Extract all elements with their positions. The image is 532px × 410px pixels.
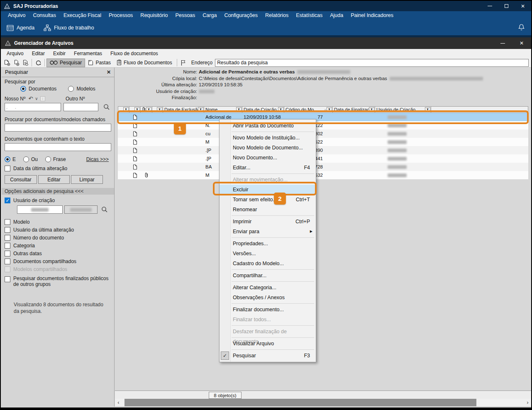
- fm-menu-fluxo-de-documentos[interactable]: Fluxo de documentos: [106, 49, 162, 58]
- filter-dropdown-icon[interactable]: ▼: [134, 107, 140, 112]
- radio-e[interactable]: E: [5, 156, 16, 162]
- column-header-data-de-criacao[interactable]: Data de Criação▼: [242, 106, 284, 113]
- creation-user-checkbox[interactable]: Usuário de criação: [5, 198, 111, 203]
- context-menu-item-versoes[interactable]: Versões...: [220, 249, 316, 259]
- checkbox-pesquisar-documentos-finalizados-publicos-de-outros-grupos[interactable]: Pesquisar documentos finalizados público…: [5, 276, 111, 287]
- notifications-bell-icon[interactable]: [518, 24, 525, 31]
- fm-menu-exibir[interactable]: Exibir: [49, 49, 70, 58]
- context-menu-item-propriedades[interactable]: Propriedades...: [220, 239, 316, 249]
- document-list-icon[interactable]: [21, 59, 30, 67]
- column-header-usuario-de-criacao[interactable]: Usuário de Criação▼: [375, 106, 431, 113]
- context-menu-item-abrir-pasta-do-documento[interactable]: Abrir Pasta do Documento: [220, 121, 316, 131]
- checkbox-outras-datas[interactable]: Outras datas: [5, 251, 111, 256]
- flag-icon[interactable]: [179, 59, 188, 67]
- app-menu-painel-indicadores[interactable]: Painel Indicadores: [347, 11, 397, 20]
- column-header-filter-0[interactable]: ▼: [118, 106, 129, 113]
- scroll-left-icon[interactable]: ‹: [115, 399, 122, 406]
- column-header-filter-3[interactable]: ▼: [152, 106, 163, 113]
- search-panel-close-icon[interactable]: ✕: [107, 69, 111, 75]
- fm-menu-editar[interactable]: Editar: [28, 49, 49, 58]
- checkbox-usuario-da-ultima-alteracao[interactable]: Usuário da última alteração: [5, 227, 111, 233]
- table-row[interactable]: .[P2441: [118, 154, 528, 163]
- consultar-button[interactable]: Consultar: [5, 175, 37, 184]
- table-row[interactable]: Adicional de12/09/2019 10:5877: [118, 113, 528, 121]
- agenda-button[interactable]: Agenda: [7, 24, 34, 31]
- fm-menu-arquivo[interactable]: Arquivo: [2, 49, 28, 58]
- app-menu-pessoas[interactable]: Pessoas: [171, 11, 199, 20]
- context-menu-item-observacoes-anexos[interactable]: Observações / Anexos: [220, 293, 316, 303]
- new-document-icon[interactable]: [2, 59, 12, 67]
- scroll-right-icon[interactable]: ›: [524, 399, 531, 406]
- refresh-icon[interactable]: [34, 59, 43, 67]
- column-header-data-de-exclusao[interactable]: Data de Exclusão▼: [163, 106, 204, 113]
- context-menu-item-editar[interactable]: Editar...F4: [220, 163, 316, 173]
- find-called-input[interactable]: [5, 124, 111, 132]
- context-menu-item-alterar-categoria[interactable]: Alterar Categoria...: [220, 283, 316, 293]
- app-menu-relatorios[interactable]: Relatórios: [261, 11, 292, 20]
- context-menu-item-visualizar-arquivo[interactable]: Visualizar Arquivo: [220, 339, 316, 349]
- search-number-icon[interactable]: [103, 104, 110, 110]
- additional-options-header[interactable]: Opções adicionais de pesquisa <<<: [2, 188, 114, 195]
- dicas-link[interactable]: Dicas >>>: [86, 156, 109, 162]
- context-menu-item-finalizar-documento[interactable]: Finalizar documento...: [220, 305, 316, 315]
- app-restore-button[interactable]: [498, 1, 515, 11]
- table-row[interactable]: BA202728: [118, 163, 528, 171]
- radio-documentos[interactable]: Documentos: [20, 86, 56, 92]
- docflow-toolbar-button[interactable]: Fluxo de Documentos: [114, 59, 175, 67]
- checkbox-numero-do-documento[interactable]: Número do documento: [5, 235, 111, 241]
- app-menu-consultas[interactable]: Consultas: [29, 11, 60, 20]
- fm-menu-ferramentas[interactable]: Ferramentas: [70, 49, 106, 58]
- context-menu-item-enviar-para[interactable]: Enviar para▶: [220, 227, 316, 237]
- filter-dropdown-icon[interactable]: ▼: [236, 107, 242, 112]
- column-header-codigo-do-mo[interactable]: Código do Mo...▵▼: [284, 106, 333, 113]
- radio-frase[interactable]: Frase: [45, 156, 66, 162]
- search-user-icon[interactable]: [101, 206, 108, 213]
- fm-close-button[interactable]: ✕: [512, 37, 531, 49]
- editar-button[interactable]: Editar: [38, 175, 70, 184]
- app-menu-arquivo[interactable]: Arquivo: [4, 11, 29, 20]
- date-last-change-checkbox[interactable]: Data da última alteração: [5, 166, 111, 171]
- workflow-button[interactable]: Fluxo de trabalho: [44, 24, 94, 31]
- chevron-down-icon[interactable]: ∨: [35, 96, 38, 101]
- filter-dropdown-icon[interactable]: ▼: [369, 107, 374, 112]
- app-menu-carga[interactable]: Carga: [199, 11, 220, 20]
- checkbox-modelo[interactable]: Modelo: [5, 219, 111, 225]
- context-menu-item-novo-documento[interactable]: Novo Documento...: [220, 153, 316, 163]
- context-menu-item-renomear[interactable]: Renomear: [220, 205, 316, 215]
- context-menu-item-novo-modelo-de-instituicao[interactable]: Novo Modelo de Instituição...: [220, 133, 316, 143]
- column-header-filter-2[interactable]: ▼: [141, 106, 152, 113]
- limpar-button[interactable]: Limpar: [71, 175, 103, 184]
- context-menu-item-tornar-sem-efeito[interactable]: Tornar sem efeito...Ctrl+T: [220, 195, 316, 205]
- filter-dropdown-icon[interactable]: ▼: [425, 107, 430, 112]
- creation-user-input[interactable]: [17, 205, 63, 214]
- radio-modelos[interactable]: Modelos: [68, 86, 95, 92]
- app-menu-estatisticas[interactable]: Estatísticas: [292, 11, 326, 20]
- app-close-button[interactable]: ✕: [515, 1, 531, 11]
- table-row[interactable]: M013632: [118, 171, 528, 179]
- fm-minimize-button[interactable]: [493, 37, 512, 49]
- pastas-toolbar-button[interactable]: Pastas: [85, 59, 114, 67]
- filter-dropdown-icon[interactable]: ▼: [327, 107, 332, 112]
- app-minimize-button[interactable]: [481, 1, 498, 11]
- filter-dropdown-icon[interactable]: ▼: [198, 107, 203, 112]
- checkbox-categoria[interactable]: Categoria: [5, 243, 111, 249]
- column-header-filter-1[interactable]: ▼: [129, 106, 141, 113]
- scrollbar-thumb[interactable]: [124, 399, 476, 406]
- context-menu-item-imprimir[interactable]: ImprimirCtrl+P: [220, 217, 316, 227]
- outro-numero-input[interactable]: [63, 103, 98, 111]
- column-header-data-de-finalizacao[interactable]: Data de Finalização▼: [333, 106, 375, 113]
- copy-document-icon[interactable]: [12, 59, 21, 67]
- table-row[interactable]: M522: [118, 138, 528, 146]
- horizontal-scrollbar[interactable]: ‹ ›: [115, 399, 531, 406]
- app-menu-execucao-fiscal[interactable]: Execução Fiscal: [60, 11, 105, 20]
- context-menu-item-excluir[interactable]: Excluir: [220, 185, 316, 195]
- filter-dropdown-icon[interactable]: ▼: [146, 107, 151, 112]
- context-menu-item-cadastro-do-modelo[interactable]: Cadastro do Modelo...: [220, 259, 316, 268]
- pesquisar-toolbar-button[interactable]: Pesquisar: [46, 59, 85, 67]
- filter-dropdown-icon[interactable]: ▼: [123, 107, 129, 112]
- undo-icon[interactable]: ↶: [28, 95, 33, 102]
- filter-dropdown-icon[interactable]: ▼: [278, 107, 283, 112]
- app-menu-requisitorio[interactable]: Requisitório: [137, 11, 171, 20]
- radio-ou[interactable]: Ou: [23, 156, 38, 162]
- context-menu-item-compartilhar[interactable]: Compartilhar...: [220, 271, 316, 281]
